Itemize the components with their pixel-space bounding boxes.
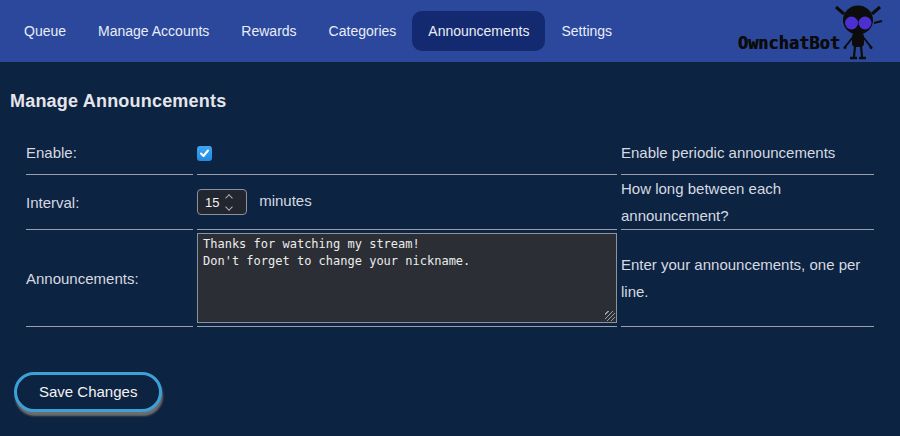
announcements-textarea[interactable] [197, 233, 617, 323]
interval-label: Interval: [26, 194, 79, 211]
brand-name: OwnchatBot [738, 33, 840, 53]
announcements-help-text: Enter your announcements, one per line. [621, 256, 860, 300]
interval-input-wrapper [197, 189, 247, 215]
brand-logo: OwnchatBot [738, 0, 886, 62]
interval-help-text: How long between each announcement? [621, 180, 781, 224]
enable-label: Enable: [26, 144, 77, 161]
nav-item-settings[interactable]: Settings [545, 11, 628, 51]
nav-item-manage-accounts[interactable]: Manage Accounts [82, 11, 225, 51]
top-navbar: Queue Manage Accounts Rewards Categories… [0, 0, 900, 62]
spinner-down-icon[interactable] [225, 203, 233, 211]
enable-checkbox[interactable] [197, 146, 212, 161]
spinner-up-icon[interactable] [225, 194, 233, 202]
save-changes-button[interactable]: Save Changes [14, 372, 162, 412]
nav-item-rewards[interactable]: Rewards [225, 11, 312, 51]
interval-input[interactable] [198, 195, 226, 210]
checkmark-icon [199, 148, 210, 159]
announcements-settings-table: Enable: Enable periodic announcements In… [22, 131, 878, 327]
announcements-label: Announcements: [26, 270, 139, 287]
nav-item-categories[interactable]: Categories [313, 11, 413, 51]
enable-help-text: Enable periodic announcements [621, 144, 835, 161]
interval-row: Interval: minutes How long between each … [26, 175, 874, 230]
enable-row: Enable: Enable periodic announcements [26, 131, 874, 175]
nav-item-announcements[interactable]: Announcements [412, 11, 545, 51]
resize-handle[interactable] [605, 311, 615, 321]
robot-mascot-icon [830, 2, 886, 60]
interval-unit-label: minutes [259, 192, 312, 209]
nav-item-queue[interactable]: Queue [8, 11, 82, 51]
page-title: Manage Announcements [10, 91, 900, 112]
interval-spinner[interactable] [226, 195, 234, 210]
announcements-row: Announcements: Enter your announcements,… [26, 230, 874, 327]
